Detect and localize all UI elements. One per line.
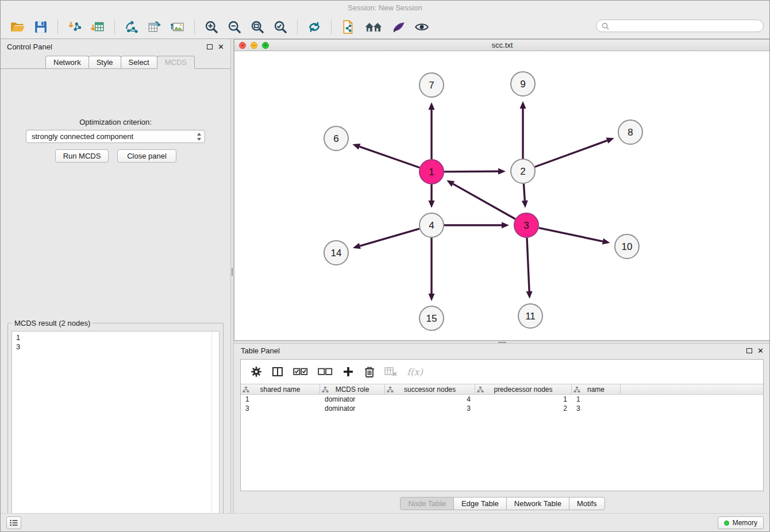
graph-node-label: 11 [525, 311, 536, 322]
memory-status-icon [724, 521, 729, 526]
style-brush-button[interactable] [387, 17, 410, 37]
open-folder-icon [10, 21, 25, 33]
graph-edge[interactable] [539, 228, 603, 242]
table-panel-header: Table Panel ✕ [234, 344, 770, 357]
first-neighbors-button[interactable] [337, 17, 360, 37]
graph-edge[interactable] [360, 229, 419, 246]
select-all-icon [293, 368, 308, 376]
new-network-icon [125, 21, 138, 33]
zoom-fit-button[interactable] [246, 17, 269, 37]
graph-edge-arrow-icon [352, 144, 360, 149]
float-panel-icon[interactable] [746, 348, 752, 353]
graph-edge[interactable] [360, 147, 420, 168]
open-session-button[interactable] [6, 17, 29, 37]
memory-button[interactable]: Memory [718, 516, 764, 529]
sort-icon [322, 386, 329, 393]
new-network-button[interactable] [120, 17, 143, 37]
column-label: successor nodes [404, 385, 456, 394]
close-panel-icon[interactable]: ✕ [757, 347, 764, 354]
close-panel-button[interactable]: Close panel [117, 149, 176, 163]
graph-edge[interactable] [527, 238, 529, 291]
graph-edge-arrow-icon [429, 294, 435, 301]
deselect-all-icon [318, 368, 333, 376]
network-window-titlebar[interactable]: × − + scc.txt [234, 40, 770, 51]
export-image-icon [171, 21, 184, 33]
optimization-dropdown[interactable]: strongly connected component [26, 130, 205, 143]
close-window-icon[interactable]: × [239, 42, 246, 49]
graph-edge[interactable] [535, 141, 607, 167]
delete-table-button[interactable] [382, 363, 399, 380]
graph-edge-arrow-icon [602, 238, 610, 245]
zoom-in-button[interactable] [200, 17, 223, 37]
function-builder-button[interactable]: f(x) [403, 363, 426, 380]
homes-icon [364, 21, 383, 33]
graph-edge[interactable] [523, 184, 525, 201]
table-panel: Table Panel ✕ [234, 344, 770, 513]
table-row[interactable]: 3dominator323 [241, 404, 763, 413]
mcds-result-groupbox: MCDS result (2 nodes) 13 [7, 323, 224, 532]
network-view-window: × − + scc.txt 1234678910111415 [234, 39, 770, 341]
zoom-selected-icon [274, 20, 287, 34]
table-row[interactable]: 1dominator411 [241, 395, 763, 404]
select-all-button[interactable] [290, 363, 311, 380]
float-panel-icon[interactable] [207, 44, 213, 49]
memory-label: Memory [733, 519, 757, 527]
graph-node-label: 10 [622, 241, 633, 252]
graph-node-label: 7 [429, 80, 434, 91]
show-columns-button[interactable] [269, 363, 286, 380]
zoom-selected-button[interactable] [269, 17, 292, 37]
graph-edge-arrow-icon [353, 243, 361, 249]
network-canvas[interactable]: 1234678910111415 [234, 51, 770, 340]
column-header-predecessor-nodes[interactable]: predecessor nodes [475, 384, 572, 394]
tab-network[interactable]: Network [45, 56, 89, 68]
search-field[interactable] [596, 20, 764, 32]
delete-row-button[interactable] [361, 363, 378, 380]
tab-style[interactable]: Style [88, 56, 121, 68]
hide-show-button[interactable] [360, 17, 387, 37]
import-table-button[interactable] [86, 17, 109, 37]
add-row-button[interactable] [340, 363, 357, 380]
optimization-criterion-label: Optimization criterion: [1, 118, 230, 126]
eye-icon [414, 22, 429, 32]
tab-edge-table[interactable]: Edge Table [453, 497, 507, 510]
fx-label: f(x) [407, 367, 422, 377]
run-mcds-button[interactable]: Run MCDS [55, 149, 109, 163]
column-header-successor-nodes[interactable]: successor nodes [385, 384, 475, 394]
tab-select[interactable]: Select [121, 56, 157, 68]
zoom-out-button[interactable] [223, 17, 246, 37]
table-cell: dominator [320, 395, 385, 403]
tab-node-table[interactable]: Node Table [400, 497, 454, 510]
graph-edge[interactable] [453, 184, 515, 219]
import-network-button[interactable] [63, 17, 86, 37]
splitter-grip [498, 342, 506, 343]
table-settings-button[interactable] [248, 363, 265, 380]
search-icon [602, 22, 609, 30]
refresh-layout-button[interactable] [303, 17, 326, 37]
task-history-button[interactable] [6, 516, 21, 529]
network-graph[interactable]: 1234678910111415 [234, 51, 770, 340]
deselect-all-button[interactable] [315, 363, 336, 380]
clone-network-button[interactable] [143, 17, 166, 37]
maximize-window-icon[interactable]: + [262, 42, 269, 49]
table-header-row: shared nameMCDS rolesuccessor nodesprede… [241, 384, 763, 395]
graph-edge-arrow-icon [502, 222, 509, 229]
mcds-result-text[interactable]: 13 [11, 331, 220, 532]
show-hide-eye-button[interactable] [410, 17, 433, 37]
tab-mcds[interactable]: MCDS [157, 56, 195, 69]
column-header-name[interactable]: name [572, 384, 621, 394]
column-label: MCDS role [336, 385, 369, 394]
main-toolbar [1, 16, 769, 39]
search-input[interactable] [613, 22, 758, 30]
close-panel-icon[interactable]: ✕ [218, 43, 224, 51]
minimize-window-icon[interactable]: − [251, 42, 257, 49]
graph-edge-arrow-icon [522, 201, 528, 208]
column-header-shared-name[interactable]: shared name [241, 384, 320, 394]
column-header-mcds-role[interactable]: MCDS role [320, 384, 385, 394]
export-image-button[interactable] [166, 17, 189, 37]
table-panel-title: Table Panel [241, 346, 280, 355]
graph-edge[interactable] [444, 171, 498, 172]
table-cell: 3 [241, 404, 320, 413]
tab-network-table[interactable]: Network Table [506, 497, 569, 510]
tab-motifs[interactable]: Motifs [569, 497, 605, 510]
save-session-button[interactable] [29, 17, 52, 37]
